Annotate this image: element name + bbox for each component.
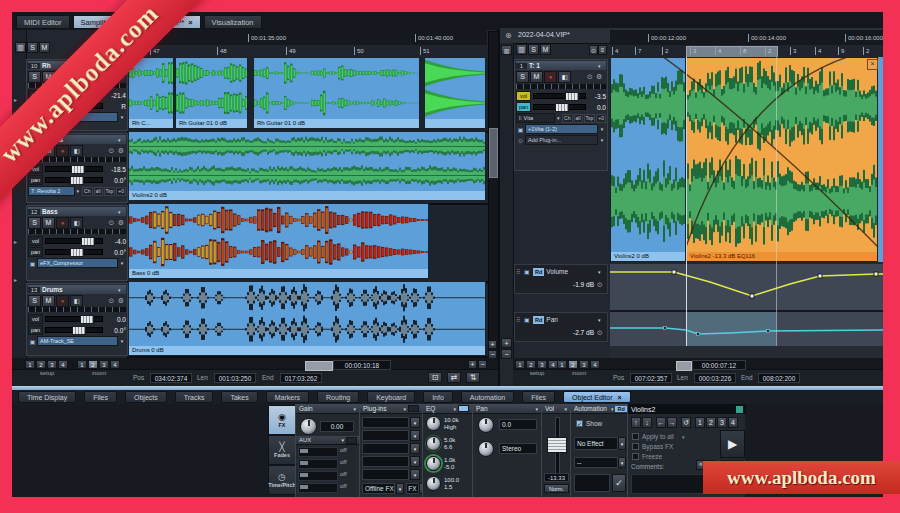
lock-icon[interactable]: ⊙ xyxy=(107,219,116,227)
track-fold-arrow-icon[interactable]: ▸ xyxy=(14,238,22,246)
dock-tab-keyboard[interactable]: Keyboard xyxy=(367,391,415,403)
volume-fader[interactable] xyxy=(45,316,103,322)
gear-icon[interactable]: ⚙ xyxy=(116,219,126,227)
monitor-speaker-icon[interactable]: ◧ xyxy=(70,295,83,307)
close-icon[interactable]: × xyxy=(188,18,192,27)
setup-right-button-1[interactable]: 1 xyxy=(515,360,525,369)
instrument-selector[interactable]: I: Vita xyxy=(516,113,555,123)
read-automation-button[interactable]: Rd xyxy=(533,268,544,276)
chevron-down-icon[interactable]: ▾ xyxy=(618,437,626,450)
mute-button[interactable]: M xyxy=(42,217,55,229)
chevron-down-icon[interactable]: ▾ xyxy=(410,469,420,480)
chevron-down-icon[interactable]: ▾ xyxy=(598,317,606,323)
chevron-down-icon[interactable]: ▾ xyxy=(341,437,344,443)
midi-chip-3[interactable]: +0 xyxy=(116,187,126,196)
track-fold-arrow-icon[interactable]: ▸ xyxy=(14,96,22,104)
audio-object[interactable]: Drums 0 dB xyxy=(128,281,486,356)
move-left-button[interactable]: ← xyxy=(656,417,666,428)
midi-chip-0[interactable]: Ch xyxy=(562,114,572,123)
mute-button[interactable]: M xyxy=(540,44,551,55)
undo-icon[interactable]: ↺ xyxy=(681,417,691,428)
show-checkbox[interactable]: ✓ xyxy=(576,420,583,427)
normalize-button[interactable]: Norm. xyxy=(544,484,569,493)
tracklist-icon[interactable]: ▥ xyxy=(15,42,26,53)
solo-button[interactable]: S xyxy=(28,295,41,307)
chevron-down-icon[interactable]: ▾ xyxy=(396,483,404,494)
plugin-slot-field[interactable] xyxy=(362,430,409,441)
tracklist-icon[interactable]: ▥ xyxy=(516,44,527,55)
plugin-slot-field[interactable] xyxy=(362,443,409,454)
audio-object[interactable]: Rh Guitar 01 0 dB xyxy=(253,57,420,129)
aux-send-slider[interactable] xyxy=(298,471,338,481)
record-arm-icon[interactable]: ● xyxy=(56,217,69,229)
fader-handle[interactable] xyxy=(70,176,84,185)
record-arm-icon[interactable]: ● xyxy=(56,295,69,307)
aux-toggle[interactable] xyxy=(346,437,357,444)
volume-fader[interactable] xyxy=(533,93,586,99)
offline-fx-button[interactable]: Offline FX xyxy=(362,483,395,494)
grip-icon[interactable]: ⠿ xyxy=(516,316,524,323)
audio-object[interactable] xyxy=(424,57,486,129)
audio-object[interactable]: Bass 0 dB xyxy=(128,203,429,279)
document-tab-midi-editor[interactable]: MIDI Editor xyxy=(16,15,70,29)
eq-band-knob-4[interactable] xyxy=(426,476,441,491)
zoom-left-button-4[interactable]: 4 xyxy=(110,360,120,369)
track-title-bar[interactable]: 12Bass▾ xyxy=(28,207,126,216)
audio-object[interactable]: Rh C... xyxy=(128,57,174,129)
gain-value[interactable]: 0.00 xyxy=(320,421,354,432)
v-scroll-mode-icon[interactable]: ⇅ xyxy=(466,372,480,383)
chevron-down-icon[interactable]: ▾ xyxy=(535,406,538,412)
list-icon[interactable]: ≡ xyxy=(598,45,607,55)
h-zoom-in-button[interactable]: + xyxy=(468,360,477,369)
fader-handle[interactable] xyxy=(70,248,84,257)
lock-icon[interactable]: ⊙ xyxy=(107,147,116,155)
plugin-slot-field[interactable] xyxy=(362,456,409,467)
eq-band-knob-2[interactable] xyxy=(426,436,441,451)
audio-object[interactable]: Rh Guitar 01 0 dB xyxy=(175,57,248,129)
setup-left-button-3[interactable]: 3 xyxy=(47,360,57,369)
monitor-speaker-icon[interactable]: ◧ xyxy=(558,71,571,83)
zoom-right-button-2[interactable]: 2 xyxy=(568,360,578,369)
plugin-slot[interactable]: AM-Track_SE xyxy=(37,336,118,346)
move-down-button[interactable]: ↓ xyxy=(642,417,652,428)
plugin-slot[interactable]: eFX_Compressor xyxy=(37,258,118,268)
h-scroll-thumb-left[interactable] xyxy=(305,361,333,371)
fader-handle[interactable] xyxy=(71,165,85,174)
chevron-down-icon[interactable]: ▾ xyxy=(75,188,81,194)
dock-tab-markers[interactable]: Markers xyxy=(266,391,309,403)
mute-button[interactable]: M xyxy=(42,295,55,307)
fit-view-icon[interactable]: ⊡ xyxy=(428,372,442,383)
document-tab-visualization[interactable]: Visualization xyxy=(204,15,262,29)
editor-tab-time-pitch[interactable]: ◷Time/Pitch xyxy=(268,465,296,495)
setup-left-button-4[interactable]: 4 xyxy=(58,360,68,369)
chevron-down-icon[interactable]: ▾ xyxy=(682,434,685,440)
chevron-down-icon[interactable]: ▾ xyxy=(410,430,420,441)
pan-mode[interactable]: Stereo xyxy=(499,443,537,454)
solo-button[interactable]: S xyxy=(516,71,529,83)
section-toggle[interactable] xyxy=(458,405,469,412)
aux-send-slider[interactable] xyxy=(298,459,338,469)
track-fold-arrow-icon[interactable]: ▸ xyxy=(14,276,22,284)
solo-button[interactable]: S xyxy=(528,44,539,55)
chevron-down-icon[interactable]: ▾ xyxy=(598,126,606,132)
zoom-left-button-1[interactable]: 1 xyxy=(77,360,87,369)
dock-tab-object-editor[interactable]: Object Editor× xyxy=(563,391,631,403)
lock-icon[interactable]: ⊙ xyxy=(587,73,596,81)
zoom-in-button[interactable]: + xyxy=(488,340,497,349)
v-scrollbar-left[interactable] xyxy=(488,31,499,359)
eq-band-knob-3[interactable] xyxy=(426,456,441,471)
fader-handle[interactable] xyxy=(80,315,94,324)
checkbox-freeze[interactable] xyxy=(632,453,639,460)
gain-knob[interactable] xyxy=(300,418,317,435)
zoom-in-button[interactable]: + xyxy=(501,338,512,348)
apply-check-button[interactable]: ✓ xyxy=(612,474,626,492)
chevron-down-icon[interactable]: ▾ xyxy=(564,406,567,412)
mute-button[interactable]: M xyxy=(39,42,50,53)
chevron-down-icon[interactable]: ▾ xyxy=(353,406,356,412)
mute-button[interactable]: M xyxy=(530,71,543,83)
lane-options-icon[interactable]: ⊙ xyxy=(597,329,606,337)
chevron-down-icon[interactable]: ▾ xyxy=(611,406,614,412)
slider-handle[interactable] xyxy=(300,461,308,465)
play-button[interactable]: ▶ xyxy=(720,430,745,458)
chevron-down-icon[interactable]: ▾ xyxy=(555,115,561,121)
